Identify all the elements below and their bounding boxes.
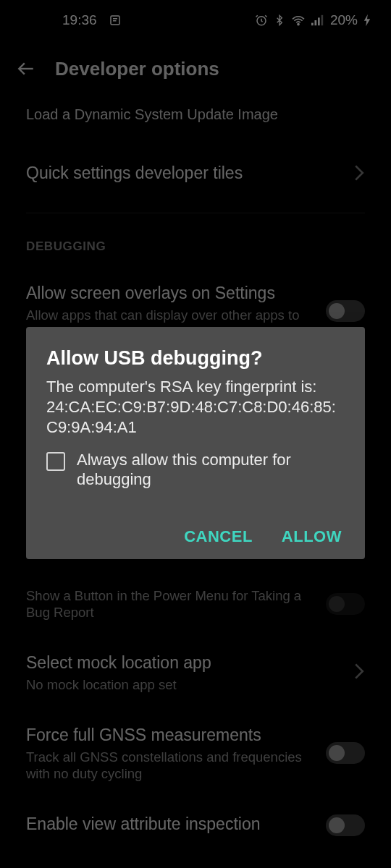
cancel-button[interactable]: CANCEL [184,527,253,546]
dialog-body: The computer's RSA key fingerprint is: 2… [46,377,345,438]
allow-button[interactable]: ALLOW [282,527,342,546]
usb-debugging-dialog: Allow USB debugging? The computer's RSA … [26,327,365,559]
always-allow-label: Always allow this computer for debugging [77,451,345,490]
dialog-title: Allow USB debugging? [46,347,345,370]
always-allow-checkbox[interactable] [46,452,65,471]
